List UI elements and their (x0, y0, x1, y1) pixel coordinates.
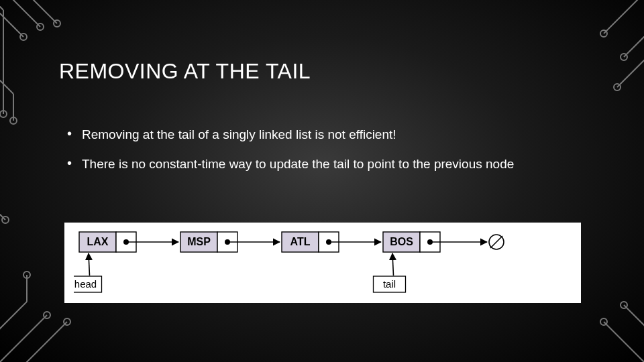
slide-title: REMOVING AT THE TAIL (59, 59, 311, 84)
svg-line-52 (490, 236, 502, 248)
svg-point-26 (23, 272, 30, 278)
svg-point-1 (37, 23, 44, 30)
svg-line-6 (0, 54, 13, 94)
svg-line-0 (0, 0, 40, 27)
svg-text:ATL: ATL (290, 236, 311, 247)
bullet-list: Removing at the tail of a singly linked … (67, 126, 604, 184)
svg-text:tail: tail (383, 278, 396, 290)
svg-line-14 (624, 13, 644, 57)
svg-line-9 (0, 0, 3, 10)
svg-point-15 (621, 54, 627, 60)
svg-point-17 (614, 84, 621, 90)
svg-point-19 (2, 217, 9, 223)
svg-point-8 (10, 117, 17, 124)
svg-point-3 (20, 34, 27, 40)
svg-point-5 (54, 20, 60, 27)
svg-line-18 (0, 201, 5, 220)
bullet-item: There is no constant-time way to update … (67, 156, 604, 173)
svg-line-55 (89, 253, 90, 276)
svg-point-28 (600, 318, 607, 325)
svg-line-12 (604, 0, 644, 34)
svg-point-21 (44, 312, 50, 318)
svg-text:LAX: LAX (87, 236, 109, 247)
svg-line-4 (13, 0, 57, 23)
svg-point-13 (600, 30, 607, 37)
svg-line-58 (392, 253, 394, 276)
svg-point-23 (64, 318, 70, 325)
svg-text:head: head (74, 278, 97, 290)
svg-point-11 (0, 111, 7, 117)
svg-text:BOS: BOS (390, 236, 413, 247)
svg-line-16 (617, 54, 644, 87)
svg-line-24 (0, 302, 27, 349)
svg-point-30 (621, 302, 627, 308)
bullet-item: Removing at the tail of a singly linked … (67, 126, 604, 143)
svg-line-22 (7, 322, 67, 362)
svg-text:MSP: MSP (187, 236, 211, 247)
svg-line-20 (0, 315, 47, 362)
svg-line-29 (624, 305, 644, 349)
linked-list-diagram: LAXMSPATLBOSheadtail (64, 223, 581, 303)
svg-line-2 (0, 0, 23, 37)
svg-line-27 (604, 322, 644, 362)
